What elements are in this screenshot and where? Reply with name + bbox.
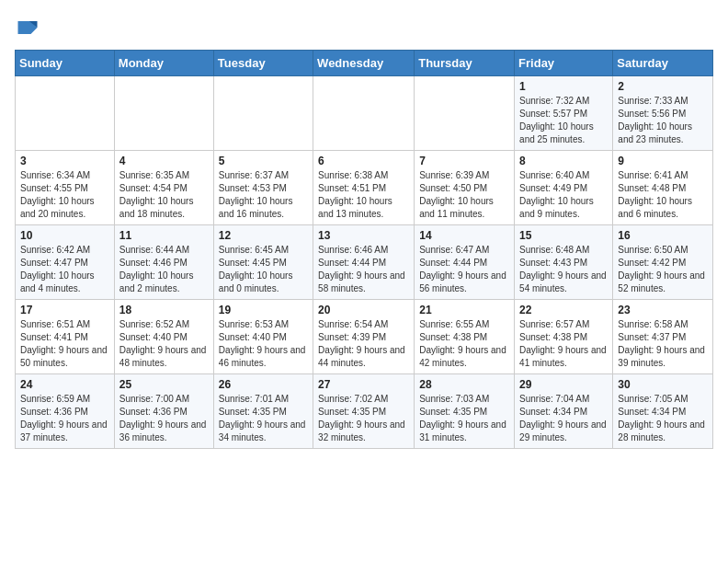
day-info: Sunrise: 6:48 AM Sunset: 4:43 PM Dayligh… <box>519 244 608 295</box>
calendar-table: SundayMondayTuesdayWednesdayThursdayFrid… <box>15 50 713 449</box>
day-number: 6 <box>318 155 409 167</box>
day-info: Sunrise: 6:38 AM Sunset: 4:51 PM Dayligh… <box>318 169 409 221</box>
day-info: Sunrise: 6:54 AM Sunset: 4:39 PM Dayligh… <box>318 318 409 370</box>
calendar-cell: 20Sunrise: 6:54 AM Sunset: 4:39 PM Dayli… <box>313 300 415 374</box>
day-number: 4 <box>119 155 209 167</box>
day-info: Sunrise: 6:45 AM Sunset: 4:45 PM Dayligh… <box>219 244 308 295</box>
day-info: Sunrise: 6:52 AM Sunset: 4:40 PM Dayligh… <box>119 318 209 370</box>
calendar-cell <box>213 76 313 151</box>
calendar-cell <box>114 76 213 151</box>
day-info: Sunrise: 6:47 AM Sunset: 4:44 PM Dayligh… <box>419 244 509 295</box>
day-info: Sunrise: 6:41 AM Sunset: 4:48 PM Dayligh… <box>618 169 708 221</box>
calendar-cell: 4Sunrise: 6:35 AM Sunset: 4:54 PM Daylig… <box>114 151 213 225</box>
day-info: Sunrise: 6:42 AM Sunset: 4:47 PM Dayligh… <box>20 244 109 295</box>
calendar-cell: 23Sunrise: 6:58 AM Sunset: 4:37 PM Dayli… <box>613 300 713 374</box>
calendar-cell: 28Sunrise: 7:03 AM Sunset: 4:35 PM Dayli… <box>415 374 515 449</box>
day-number: 11 <box>119 229 209 242</box>
calendar-cell: 5Sunrise: 6:37 AM Sunset: 4:53 PM Daylig… <box>213 151 313 225</box>
day-info: Sunrise: 7:04 AM Sunset: 4:34 PM Dayligh… <box>519 393 608 444</box>
day-info: Sunrise: 6:50 AM Sunset: 4:42 PM Dayligh… <box>618 244 708 295</box>
day-info: Sunrise: 6:59 AM Sunset: 4:36 PM Dayligh… <box>20 393 109 444</box>
logo <box>15 15 44 40</box>
header-cell-wednesday: Wednesday <box>313 51 415 76</box>
day-number: 22 <box>519 304 608 316</box>
calendar-cell: 2Sunrise: 7:33 AM Sunset: 5:56 PM Daylig… <box>613 76 713 151</box>
calendar-cell: 11Sunrise: 6:44 AM Sunset: 4:46 PM Dayli… <box>114 225 213 300</box>
day-number: 9 <box>618 155 708 167</box>
calendar-cell: 27Sunrise: 7:02 AM Sunset: 4:35 PM Dayli… <box>313 374 415 449</box>
day-info: Sunrise: 6:51 AM Sunset: 4:41 PM Dayligh… <box>20 318 109 370</box>
calendar-cell: 14Sunrise: 6:47 AM Sunset: 4:44 PM Dayli… <box>415 225 515 300</box>
calendar-cell: 22Sunrise: 6:57 AM Sunset: 4:38 PM Dayli… <box>515 300 613 374</box>
day-number: 10 <box>20 229 109 242</box>
calendar-week-3: 10Sunrise: 6:42 AM Sunset: 4:47 PM Dayli… <box>16 225 713 300</box>
calendar-cell: 30Sunrise: 7:05 AM Sunset: 4:34 PM Dayli… <box>613 374 713 449</box>
calendar-week-5: 24Sunrise: 6:59 AM Sunset: 4:36 PM Dayli… <box>16 374 713 449</box>
day-info: Sunrise: 6:37 AM Sunset: 4:53 PM Dayligh… <box>219 169 308 221</box>
calendar-cell: 15Sunrise: 6:48 AM Sunset: 4:43 PM Dayli… <box>515 225 613 300</box>
header-cell-monday: Monday <box>114 51 213 76</box>
header-cell-sunday: Sunday <box>16 51 115 76</box>
day-number: 12 <box>219 229 308 242</box>
calendar-cell: 10Sunrise: 6:42 AM Sunset: 4:47 PM Dayli… <box>16 225 115 300</box>
calendar-cell: 18Sunrise: 6:52 AM Sunset: 4:40 PM Dayli… <box>114 300 213 374</box>
day-number: 25 <box>119 378 209 391</box>
calendar-cell: 21Sunrise: 6:55 AM Sunset: 4:38 PM Dayli… <box>415 300 515 374</box>
header-cell-tuesday: Tuesday <box>213 51 313 76</box>
day-number: 30 <box>618 378 708 391</box>
day-info: Sunrise: 7:33 AM Sunset: 5:56 PM Dayligh… <box>618 95 708 146</box>
day-info: Sunrise: 7:00 AM Sunset: 4:36 PM Dayligh… <box>119 393 209 444</box>
day-number: 24 <box>20 378 109 391</box>
calendar-week-4: 17Sunrise: 6:51 AM Sunset: 4:41 PM Dayli… <box>16 300 713 374</box>
calendar-cell: 19Sunrise: 6:53 AM Sunset: 4:40 PM Dayli… <box>213 300 313 374</box>
calendar-cell: 29Sunrise: 7:04 AM Sunset: 4:34 PM Dayli… <box>515 374 613 449</box>
day-number: 16 <box>618 229 708 242</box>
calendar-header: SundayMondayTuesdayWednesdayThursdayFrid… <box>16 51 713 76</box>
logo-icon <box>15 15 40 40</box>
header-cell-saturday: Saturday <box>613 51 713 76</box>
day-info: Sunrise: 6:40 AM Sunset: 4:49 PM Dayligh… <box>519 169 608 221</box>
calendar-cell: 9Sunrise: 6:41 AM Sunset: 4:48 PM Daylig… <box>613 151 713 225</box>
day-info: Sunrise: 7:02 AM Sunset: 4:35 PM Dayligh… <box>318 393 409 444</box>
page-header <box>15 15 713 40</box>
day-info: Sunrise: 6:46 AM Sunset: 4:44 PM Dayligh… <box>318 244 409 295</box>
calendar-week-2: 3Sunrise: 6:34 AM Sunset: 4:55 PM Daylig… <box>16 151 713 225</box>
calendar-cell: 6Sunrise: 6:38 AM Sunset: 4:51 PM Daylig… <box>313 151 415 225</box>
day-number: 1 <box>519 80 608 93</box>
day-info: Sunrise: 6:44 AM Sunset: 4:46 PM Dayligh… <box>119 244 209 295</box>
calendar-cell: 1Sunrise: 7:32 AM Sunset: 5:57 PM Daylig… <box>515 76 613 151</box>
day-number: 27 <box>318 378 409 391</box>
calendar-body: 1Sunrise: 7:32 AM Sunset: 5:57 PM Daylig… <box>16 76 713 449</box>
day-info: Sunrise: 6:39 AM Sunset: 4:50 PM Dayligh… <box>419 169 509 221</box>
header-cell-friday: Friday <box>515 51 613 76</box>
header-row: SundayMondayTuesdayWednesdayThursdayFrid… <box>16 51 713 76</box>
calendar-cell <box>313 76 415 151</box>
day-number: 19 <box>219 304 308 316</box>
day-number: 17 <box>20 304 109 316</box>
day-number: 15 <box>519 229 608 242</box>
day-number: 3 <box>20 155 109 167</box>
calendar-cell: 17Sunrise: 6:51 AM Sunset: 4:41 PM Dayli… <box>16 300 115 374</box>
header-cell-thursday: Thursday <box>415 51 515 76</box>
day-number: 5 <box>219 155 308 167</box>
day-number: 13 <box>318 229 409 242</box>
day-number: 14 <box>419 229 509 242</box>
day-info: Sunrise: 6:53 AM Sunset: 4:40 PM Dayligh… <box>219 318 308 370</box>
day-number: 26 <box>219 378 308 391</box>
calendar-cell: 16Sunrise: 6:50 AM Sunset: 4:42 PM Dayli… <box>613 225 713 300</box>
day-number: 20 <box>318 304 409 316</box>
day-info: Sunrise: 6:57 AM Sunset: 4:38 PM Dayligh… <box>519 318 608 370</box>
day-number: 28 <box>419 378 509 391</box>
day-info: Sunrise: 6:55 AM Sunset: 4:38 PM Dayligh… <box>419 318 509 370</box>
day-info: Sunrise: 7:01 AM Sunset: 4:35 PM Dayligh… <box>219 393 308 444</box>
calendar-week-1: 1Sunrise: 7:32 AM Sunset: 5:57 PM Daylig… <box>16 76 713 151</box>
day-info: Sunrise: 6:34 AM Sunset: 4:55 PM Dayligh… <box>20 169 109 221</box>
day-info: Sunrise: 7:32 AM Sunset: 5:57 PM Dayligh… <box>519 95 608 146</box>
day-number: 29 <box>519 378 608 391</box>
day-number: 23 <box>618 304 708 316</box>
day-number: 2 <box>618 80 708 93</box>
calendar-cell: 3Sunrise: 6:34 AM Sunset: 4:55 PM Daylig… <box>16 151 115 225</box>
day-number: 7 <box>419 155 509 167</box>
day-info: Sunrise: 7:05 AM Sunset: 4:34 PM Dayligh… <box>618 393 708 444</box>
day-number: 21 <box>419 304 509 316</box>
